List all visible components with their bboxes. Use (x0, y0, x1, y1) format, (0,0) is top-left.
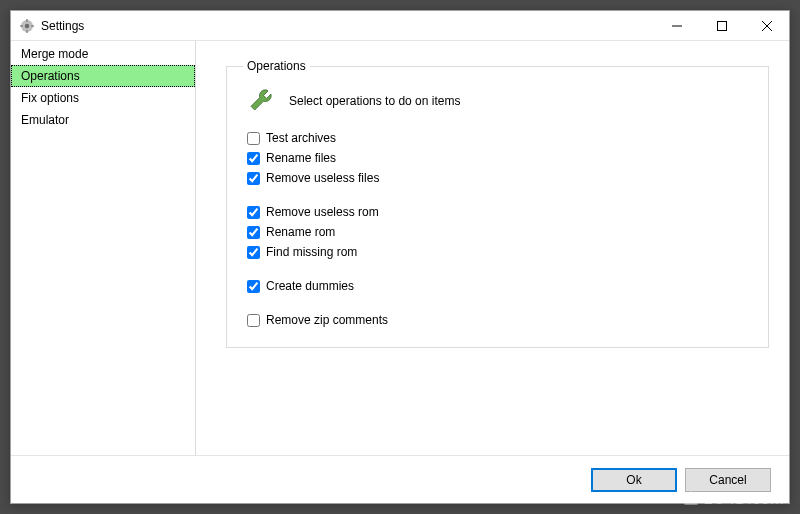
settings-window: Settings Merge mode Operations Fix optio… (10, 10, 790, 504)
checkbox-label: Find missing rom (266, 245, 357, 259)
checkbox-label: Rename files (266, 151, 336, 165)
group-legend: Operations (243, 59, 310, 73)
window-title: Settings (41, 19, 654, 33)
close-button[interactable] (744, 11, 789, 40)
checkbox-remove-useless-files[interactable] (247, 172, 260, 185)
checkbox-row: Rename files (247, 149, 752, 167)
checkbox-rename-files[interactable] (247, 152, 260, 165)
checkbox-row: Find missing rom (247, 243, 752, 261)
checkbox-find-missing-rom[interactable] (247, 246, 260, 259)
checkbox-label: Test archives (266, 131, 336, 145)
titlebar: Settings (11, 11, 789, 41)
group-description: Select operations to do on items (289, 94, 460, 108)
ok-button[interactable]: Ok (591, 468, 677, 492)
svg-rect-2 (717, 21, 726, 30)
svg-point-1 (25, 23, 29, 27)
sidebar-item-operations[interactable]: Operations (11, 65, 195, 87)
checkbox-label: Remove useless rom (266, 205, 379, 219)
footer: Ok Cancel (11, 455, 789, 503)
checkbox-row: Remove zip comments (247, 311, 752, 329)
maximize-button[interactable] (699, 11, 744, 40)
sidebar: Merge mode Operations Fix options Emulat… (11, 41, 196, 455)
checkbox-row: Remove useless rom (247, 203, 752, 221)
checkbox-label: Rename rom (266, 225, 335, 239)
wrench-icon (247, 87, 275, 115)
checkbox-label: Create dummies (266, 279, 354, 293)
checkbox-remove-zip-comments[interactable] (247, 314, 260, 327)
checkbox-rename-rom[interactable] (247, 226, 260, 239)
main-panel: Operations Select operations to do on it… (196, 41, 789, 455)
sidebar-item-fix-options[interactable]: Fix options (11, 87, 195, 109)
checkbox-row: Create dummies (247, 277, 752, 295)
checkbox-test-archives[interactable] (247, 132, 260, 145)
sidebar-item-label: Operations (21, 69, 80, 83)
window-body: Merge mode Operations Fix options Emulat… (11, 41, 789, 455)
group-intro: Select operations to do on items (243, 83, 752, 129)
window-controls (654, 11, 789, 40)
checkbox-row: Test archives (247, 129, 752, 147)
sidebar-item-label: Fix options (21, 91, 79, 105)
checkbox-row: Remove useless files (247, 169, 752, 187)
checkbox-label: Remove useless files (266, 171, 379, 185)
app-icon (19, 18, 35, 34)
checkbox-row: Rename rom (247, 223, 752, 241)
sidebar-item-emulator[interactable]: Emulator (11, 109, 195, 131)
ok-button-label: Ok (626, 473, 641, 487)
checkbox-remove-useless-rom[interactable] (247, 206, 260, 219)
cancel-button[interactable]: Cancel (685, 468, 771, 492)
minimize-button[interactable] (654, 11, 699, 40)
checkbox-list: Test archives Rename files Remove useles… (243, 129, 752, 329)
sidebar-item-label: Merge mode (21, 47, 88, 61)
operations-group: Operations Select operations to do on it… (226, 59, 769, 348)
cancel-button-label: Cancel (709, 473, 746, 487)
sidebar-item-merge-mode[interactable]: Merge mode (11, 43, 195, 65)
sidebar-item-label: Emulator (21, 113, 69, 127)
checkbox-create-dummies[interactable] (247, 280, 260, 293)
checkbox-label: Remove zip comments (266, 313, 388, 327)
